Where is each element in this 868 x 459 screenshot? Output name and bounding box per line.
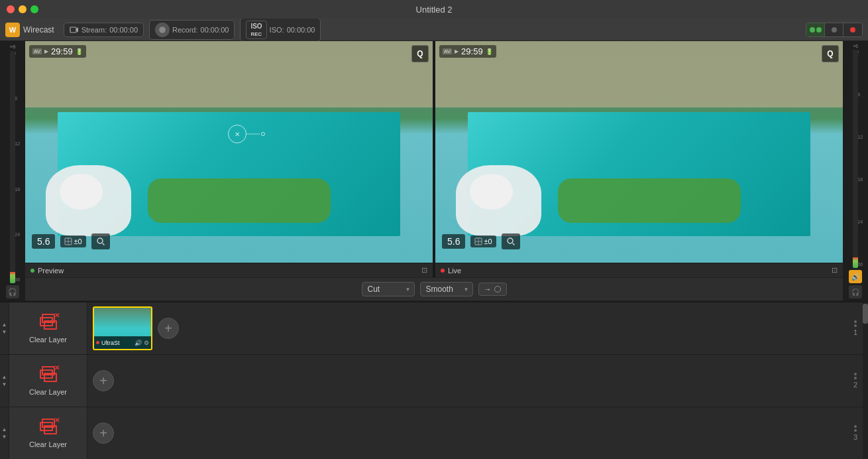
go-arrow-icon: →: [484, 285, 492, 293]
preview-screen-icon[interactable]: ⊡: [421, 266, 427, 275]
left-audio-btn[interactable]: 🎧: [6, 285, 19, 298]
layer-row-3: ▲ ▼ ✕ Clear Layer + 3: [0, 407, 863, 459]
layer-2-arrow-up[interactable]: ▲: [2, 373, 7, 381]
live-label: Live: [448, 267, 461, 275]
vu-plus6: +6: [9, 44, 15, 50]
iso-status-btn[interactable]: [843, 23, 862, 36]
live-fstop: 5.6: [442, 234, 465, 249]
wirecast-icon: W: [5, 23, 20, 37]
toolbar-right: [806, 23, 863, 37]
clear-layer-1-btn[interactable]: ✕ Clear Layer: [9, 302, 87, 354]
cut-select[interactable]: Cut: [362, 282, 415, 296]
live-screen-icon[interactable]: ⊡: [832, 266, 838, 275]
source-settings-icon[interactable]: ⚙: [144, 340, 149, 346]
titlebar: Untitled 2: [0, 0, 868, 19]
stream-status-btn[interactable]: [806, 23, 825, 36]
svg-point-6: [508, 238, 513, 243]
add-source-2-btn[interactable]: +: [93, 370, 114, 391]
fullscreen-button[interactable]: [30, 5, 38, 13]
live-search-btn[interactable]: [502, 233, 520, 249]
traffic-lights: [7, 5, 38, 13]
layer-1-number: 1: [853, 328, 857, 336]
stream-group: Stream: 00:00:00: [64, 23, 144, 37]
layer-1-source-thumb[interactable]: UltraSt 🔊 ⚙: [93, 306, 152, 350]
smooth-select[interactable]: Smooth: [420, 282, 473, 296]
layer-3-number: 3: [853, 433, 857, 441]
preview-label: Preview: [38, 267, 64, 275]
preview-quality-btn[interactable]: Q: [411, 45, 429, 62]
video-panels: ✕ AV ▶ 29:59 🔋 Q 5.6: [25, 41, 843, 263]
layer-row-1: ▲ ▼ ✕ Clear Layer: [0, 302, 863, 355]
svg-point-3: [97, 238, 103, 243]
toolbar: W Wirecast Stream: 00:00:00 Record: 00:0…: [0, 19, 868, 41]
layer-1-arrow-down[interactable]: ▼: [2, 328, 7, 336]
layer-3-arrow-down[interactable]: ▼: [2, 433, 7, 440]
layer-3-arrow-up[interactable]: ▲: [2, 426, 7, 433]
clear-layer-3-label: Clear Layer: [29, 440, 67, 448]
record-status-btn[interactable]: [825, 23, 843, 36]
preview-time: 29:59: [51, 46, 73, 56]
layer-1-number-area: 1: [853, 320, 857, 336]
preview-fstop: 5.6: [32, 234, 55, 249]
right-headphone-btn[interactable]: 🎧: [849, 285, 862, 298]
layer-3-arrows[interactable]: ▲ ▼: [0, 407, 9, 459]
layers-scrollbar-thumb[interactable]: [863, 304, 868, 324]
svg-point-1: [159, 27, 166, 33]
preview-exposure: ±0: [60, 235, 85, 247]
live-overlay-bl: 5.6 ±0: [442, 233, 520, 249]
record-button[interactable]: [155, 23, 170, 37]
svg-line-7: [512, 243, 514, 245]
app-logo: W Wirecast: [5, 23, 54, 37]
clear-layer-1-label: Clear Layer: [29, 336, 67, 344]
iso-time-label: ISO:: [270, 26, 284, 34]
minimize-button[interactable]: [19, 5, 27, 13]
layer-2-arrow-down[interactable]: ▼: [2, 381, 7, 388]
live-quality-btn[interactable]: Q: [822, 45, 839, 62]
preview-area: ✕ AV ▶ 29:59 🔋 Q 5.6: [25, 41, 843, 301]
layer-2-arrows[interactable]: ▲ ▼: [0, 355, 9, 407]
iso-badge[interactable]: ISO REC: [246, 21, 266, 39]
layer-3-content: + 3: [87, 407, 863, 459]
layer-1-arrows[interactable]: ▲ ▼: [0, 302, 9, 354]
record-time: 00:00:00: [201, 26, 229, 34]
right-vu-meter: +6 0 -6 -12 -18 -24 -36 🔊 🎧: [843, 41, 868, 301]
record-group: Record: 00:00:00: [149, 20, 235, 40]
record-label: Record:: [172, 26, 198, 34]
stream-label: Stream:: [81, 26, 107, 34]
preview-overlay-tl: AV ▶ 29:59 🔋: [29, 45, 86, 58]
stream-icon: [70, 25, 79, 34]
source-live-dot: [96, 341, 99, 344]
layer-1-content: UltraSt 🔊 ⚙ + 1: [87, 302, 863, 354]
add-source-3-btn[interactable]: +: [93, 423, 114, 444]
stream-status-dot: [810, 27, 815, 33]
layer-1-arrow-up[interactable]: ▲: [2, 321, 7, 328]
clear-layer-3-btn[interactable]: ✕ Clear Layer: [9, 407, 87, 459]
svg-line-4: [102, 243, 104, 245]
live-label-bar: Live ⊡: [435, 263, 843, 277]
exposure-icon: [64, 237, 72, 245]
layer-2-number-area: 2: [853, 373, 857, 389]
layer-3-number-area: 3: [853, 425, 857, 441]
svg-rect-0: [70, 27, 76, 33]
right-volume-btn[interactable]: 🔊: [849, 270, 862, 283]
preview-search-btn[interactable]: [91, 233, 110, 249]
cut-select-wrapper: Cut ▼: [362, 282, 415, 296]
preview-overlay-bl: 5.6 ±0: [32, 233, 110, 249]
preview-overlay-tr: Q: [411, 45, 429, 62]
close-button[interactable]: [7, 5, 15, 13]
preview-label-bar: Preview ⊡: [25, 263, 433, 277]
left-vu-meter: +6 0 -6 -12 -18 -24 -36 🎧: [0, 41, 25, 301]
layers-scrollbar: [863, 302, 868, 459]
go-button[interactable]: →: [478, 283, 507, 296]
transport-bar: Cut ▼ Smooth ▼ →: [25, 277, 843, 301]
iso-time: 00:00:00: [287, 26, 315, 34]
preview-panel: ✕ AV ▶ 29:59 🔋 Q 5.6: [25, 41, 433, 263]
clear-layer-2-icon: ✕: [38, 366, 59, 385]
add-source-1-btn[interactable]: +: [158, 318, 179, 339]
live-exposure: ±0: [470, 235, 496, 247]
clear-layer-2-btn[interactable]: ✕ Clear Layer: [9, 355, 87, 407]
window-title: Untitled 2: [416, 5, 453, 15]
layer-2-number: 2: [853, 381, 857, 389]
layer-row-2: ▲ ▼ ✕ Clear Layer + 2: [0, 355, 863, 407]
iso-status-dot: [850, 27, 855, 33]
